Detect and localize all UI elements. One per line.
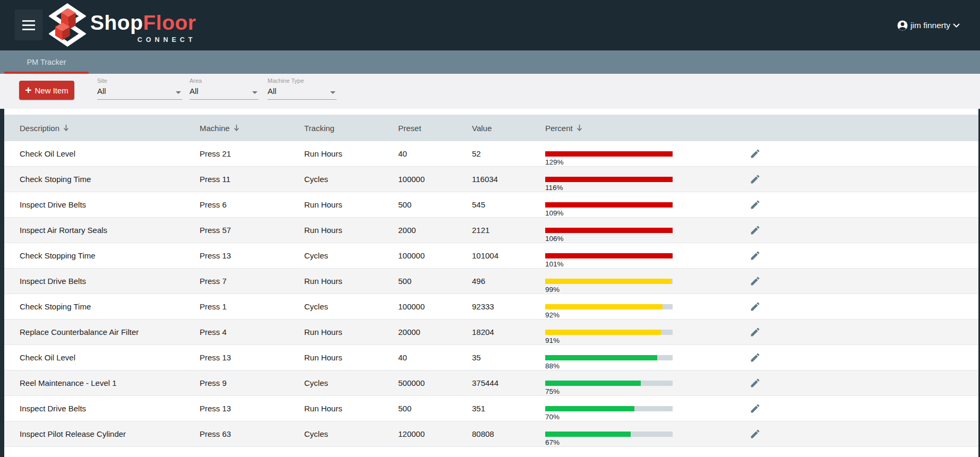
edit-row-button[interactable] — [749, 274, 762, 288]
cell-machine: Press 1 — [200, 294, 304, 319]
percent-label: 116% — [545, 184, 563, 192]
table-row: Inspect Drive Belts Press 13 Run Hours 5… — [4, 396, 978, 421]
percent-progress-bar — [545, 228, 673, 233]
edit-row-button[interactable] — [749, 223, 762, 237]
new-item-button[interactable]: + New Item — [19, 81, 74, 100]
cell-value: 52 — [472, 141, 545, 166]
cell-machine: Press 7 — [200, 269, 304, 294]
edit-pencil-icon — [750, 148, 761, 159]
percent-label: 70% — [545, 413, 560, 421]
edit-row-button[interactable] — [749, 249, 762, 262]
percent-progress-fill — [545, 177, 673, 182]
dropdown-arrow-icon — [252, 91, 257, 94]
cell-description: Check Oil Level — [4, 345, 200, 370]
hamburger-menu-icon[interactable] — [15, 10, 42, 40]
machine-type-filter-select[interactable]: Machine Type All — [268, 77, 337, 100]
cell-description: Inspect Drive Belts — [4, 396, 200, 421]
edit-row-button[interactable] — [749, 351, 762, 364]
table-header-row: Description Machine Tracking Preset Valu… — [4, 115, 978, 141]
percent-progress-fill — [545, 253, 673, 258]
logo-floor: Floor — [143, 11, 196, 34]
cell-description: Replace Counterbalance Air Filter — [4, 320, 200, 344]
percent-progress-bar — [545, 202, 673, 208]
chevron-down-icon — [953, 23, 960, 28]
percent-label: 67% — [545, 438, 560, 446]
pm-table: Description Machine Tracking Preset Valu… — [4, 109, 978, 457]
active-tab-indicator — [4, 72, 89, 74]
percent-label: 106% — [545, 235, 564, 243]
percent-progress-fill — [545, 228, 673, 233]
user-avatar-icon — [897, 20, 908, 31]
cell-tracking: Cycles — [304, 243, 398, 268]
percent-progress-fill — [545, 406, 634, 411]
sort-descending-icon — [233, 124, 240, 132]
column-header-tracking[interactable]: Tracking — [304, 124, 398, 133]
site-filter-select[interactable]: Site All — [97, 77, 182, 100]
cell-description: Inspect Drive Belts — [4, 269, 200, 294]
edit-pencil-icon — [750, 403, 761, 414]
table-row: Inspect Drive Belts Press 6 Run Hours 50… — [4, 192, 978, 218]
edit-pencil-icon — [750, 377, 761, 389]
app-logo: ShopFloor CONNECT — [49, 3, 196, 47]
column-header-machine[interactable]: Machine — [200, 124, 304, 133]
logo-connect: CONNECT — [90, 36, 196, 44]
percent-progress-fill — [545, 381, 641, 386]
user-menu[interactable]: jim finnerty — [897, 0, 960, 50]
cell-value: 375444 — [472, 370, 545, 395]
cell-machine: Press 63 — [200, 421, 304, 446]
cell-value: 2121 — [472, 218, 545, 243]
table-row: Inspect Pilot Release Cylinder Press 63 … — [4, 421, 978, 447]
edit-row-button[interactable] — [749, 427, 762, 441]
cell-tracking: Cycles — [304, 370, 398, 395]
column-header-value[interactable]: Value — [472, 124, 545, 133]
edit-row-button[interactable] — [749, 147, 762, 160]
percent-progress-bar — [545, 177, 673, 182]
edit-row-button[interactable] — [749, 376, 762, 390]
machine-type-filter-label: Machine Type — [268, 77, 337, 84]
cell-description: Reel Maintenance - Level 1 — [4, 370, 200, 395]
percent-label: 129% — [545, 158, 564, 166]
column-header-description[interactable]: Description — [4, 124, 200, 133]
percent-progress-fill — [545, 330, 661, 335]
edit-pencil-icon — [750, 275, 761, 287]
cell-tracking: Cycles — [304, 421, 398, 446]
cell-value: 101004 — [472, 243, 545, 268]
tab-bar: PM Tracker — [0, 50, 980, 74]
cell-tracking: Run Hours — [304, 345, 398, 370]
area-filter-select[interactable]: Area All — [190, 77, 259, 100]
edit-row-button[interactable] — [749, 325, 762, 339]
cell-tracking: Run Hours — [304, 141, 398, 166]
cell-value: 496 — [472, 269, 545, 294]
sort-descending-icon — [576, 124, 583, 132]
percent-progress-fill — [545, 279, 672, 284]
cell-machine: Press 13 — [200, 396, 304, 421]
logo-shop: Shop — [90, 11, 143, 34]
cell-value: 351 — [472, 396, 545, 421]
cell-machine: Press 13 — [200, 345, 304, 370]
cell-machine: Press 21 — [200, 141, 304, 166]
percent-progress-bar — [545, 253, 673, 258]
table-row: Reel Maintenance - Level 1 Press 9 Cycle… — [4, 370, 978, 396]
percent-label: 99% — [545, 286, 560, 294]
percent-progress-bar — [545, 330, 673, 335]
edit-row-button[interactable] — [749, 173, 762, 186]
cell-machine: Press 11 — [200, 167, 304, 192]
cell-machine: Press 6 — [200, 192, 304, 217]
edit-pencil-icon — [750, 199, 761, 210]
cell-tracking: Cycles — [304, 294, 398, 319]
cell-tracking: Run Hours — [304, 269, 398, 294]
dropdown-arrow-icon — [176, 91, 181, 94]
edit-row-button[interactable] — [749, 198, 762, 211]
edit-row-button[interactable] — [749, 402, 762, 415]
column-header-preset[interactable]: Preset — [398, 124, 472, 133]
tab-pm-tracker[interactable]: PM Tracker — [4, 50, 89, 74]
percent-progress-fill — [545, 304, 663, 309]
column-header-percent[interactable]: Percent — [545, 124, 743, 133]
edit-pencil-icon — [750, 352, 761, 363]
new-item-label: New Item — [35, 86, 68, 95]
edit-row-button[interactable] — [749, 300, 762, 313]
table-row: Check Oil Level Press 21 Run Hours 40 52… — [4, 141, 978, 167]
percent-progress-bar — [545, 151, 673, 157]
cell-tracking: Run Hours — [304, 192, 398, 217]
percent-progress-bar — [545, 381, 673, 386]
